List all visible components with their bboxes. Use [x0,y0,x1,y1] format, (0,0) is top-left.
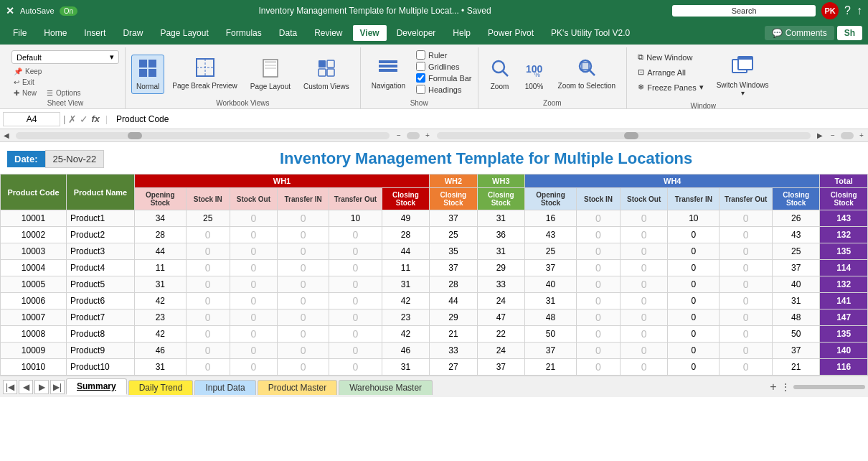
wh3-close-cell[interactable]: 22 [477,326,524,343]
options-btn[interactable]: ☰ Options [44,88,82,98]
product-code-cell[interactable]: 10006 [1,293,67,309]
wh4-opening-cell[interactable]: 21 [525,359,577,376]
wh4-out-cell[interactable]: 0 [620,309,667,326]
wh1-tin-cell[interactable]: 0 [278,309,329,326]
wh4-tout-cell[interactable]: 0 [720,210,773,227]
wh4-in-cell[interactable]: 0 [577,309,621,326]
zoom-100-btn[interactable]: 100% 100% [519,55,550,94]
wh3-close-cell[interactable]: 31 [477,243,524,260]
wh4-close-cell[interactable]: 40 [772,276,819,293]
zoom-btn[interactable]: Zoom [484,55,516,94]
headings-checkbox[interactable] [416,85,425,94]
menu-view[interactable]: View [353,25,387,41]
wh4-close-cell[interactable]: 25 [772,243,819,260]
share-icon[interactable]: ↑ [857,4,862,17]
ruler-checkbox[interactable] [416,50,425,60]
wh4-in-cell[interactable]: 0 [577,276,621,293]
wh1-opening-cell[interactable]: 42 [134,326,186,343]
wh1-close-cell[interactable]: 49 [382,210,429,227]
wh4-in-cell[interactable]: 0 [577,227,621,243]
tab-nav-next-end[interactable]: ▶| [50,380,65,394]
wh4-close-cell[interactable]: 37 [772,260,819,276]
wh1-close-cell[interactable]: 42 [382,326,429,343]
autosave-toggle[interactable]: On [60,6,77,16]
menu-home[interactable]: Home [37,25,74,41]
wh1-close-cell[interactable]: 23 [382,309,429,326]
wh1-tin-cell[interactable]: 0 [278,326,329,343]
wh2-close-cell[interactable]: 37 [430,210,477,227]
wh4-opening-cell[interactable]: 25 [525,243,577,260]
wh2-close-cell[interactable]: 28 [430,276,477,293]
wh3-close-cell[interactable]: 33 [477,276,524,293]
wh4-close-cell[interactable]: 31 [772,293,819,309]
wh1-opening-cell[interactable]: 46 [134,343,186,359]
tab-scroll-indicator[interactable] [793,385,865,389]
scroll-left-btn[interactable]: ◀ [0,129,13,142]
wh4-out-cell[interactable]: 0 [620,343,667,359]
total-close-cell[interactable]: 114 [820,260,868,276]
wh4-tout-cell[interactable]: 0 [720,227,773,243]
cell-reference-input[interactable] [3,112,60,126]
wh1-tin-cell[interactable]: 0 [278,359,329,376]
wh1-out-cell[interactable]: 0 [230,359,277,376]
wh1-out-cell[interactable]: 0 [230,276,277,293]
wh1-in-cell[interactable]: 25 [186,210,230,227]
wh2-close-cell[interactable]: 21 [430,326,477,343]
wh4-tin-cell[interactable]: 0 [668,227,720,243]
product-code-cell[interactable]: 10009 [1,343,67,359]
menu-power-pivot[interactable]: Power Pivot [481,25,541,41]
wh1-close-cell[interactable]: 31 [382,276,429,293]
wh1-in-cell[interactable]: 0 [186,359,230,376]
wh2-close-cell[interactable]: 35 [430,243,477,260]
wh1-opening-cell[interactable]: 44 [134,243,186,260]
product-code-cell[interactable]: 10007 [1,309,67,326]
wh4-opening-cell[interactable]: 37 [525,343,577,359]
wh4-tin-cell[interactable]: 10 [668,210,720,227]
wh1-in-cell[interactable]: 0 [186,326,230,343]
wh1-in-cell[interactable]: 0 [186,293,230,309]
total-close-cell[interactable]: 116 [820,359,868,376]
wh1-in-cell[interactable]: 0 [186,260,230,276]
wh1-close-cell[interactable]: 46 [382,343,429,359]
wh4-tout-cell[interactable]: 0 [720,243,773,260]
wh4-out-cell[interactable]: 0 [620,227,667,243]
wh1-out-cell[interactable]: 0 [230,326,277,343]
wh2-close-cell[interactable]: 37 [430,260,477,276]
wh4-out-cell[interactable]: 0 [620,243,667,260]
wh1-tin-cell[interactable]: 0 [278,210,329,227]
wh4-out-cell[interactable]: 0 [620,260,667,276]
tab-product-master[interactable]: Product Master [258,380,337,395]
zoom-to-selection-btn[interactable]: Zoom to Selection [553,54,621,94]
wh2-close-cell[interactable]: 44 [430,293,477,309]
wh4-opening-cell[interactable]: 31 [525,293,577,309]
wh4-close-cell[interactable]: 48 [772,309,819,326]
wh4-opening-cell[interactable]: 48 [525,309,577,326]
wh4-in-cell[interactable]: 0 [577,210,621,227]
tab-nav-prev-start[interactable]: |◀ [3,380,17,394]
wh1-tout-cell[interactable]: 0 [329,309,382,326]
wh4-in-cell[interactable]: 0 [577,343,621,359]
wh1-out-cell[interactable]: 0 [230,293,277,309]
keep-btn[interactable]: 📌 Keep [11,67,119,76]
confirm-formula-icon[interactable]: ✓ [80,113,88,125]
menu-file[interactable]: File [6,25,34,41]
wh1-tout-cell[interactable]: 0 [329,293,382,309]
gridlines-checkbox[interactable] [416,62,425,71]
total-close-cell[interactable]: 135 [820,243,868,260]
wh4-tin-cell[interactable]: 0 [668,260,720,276]
wh1-tout-cell[interactable]: 0 [329,260,382,276]
menu-insert[interactable]: Insert [77,25,113,41]
insert-function-icon[interactable]: fx [91,113,100,124]
help-icon[interactable]: ? [844,4,851,17]
product-name-cell[interactable]: Product9 [67,343,135,359]
wh4-tout-cell[interactable]: 0 [720,343,773,359]
wh4-opening-cell[interactable]: 43 [525,227,577,243]
menu-developer[interactable]: Developer [390,25,443,41]
arrange-all-btn[interactable]: ⊡ Arrange All [633,65,708,79]
wh1-close-cell[interactable]: 31 [382,359,429,376]
product-code-cell[interactable]: 10005 [1,276,67,293]
wh3-close-cell[interactable]: 37 [477,359,524,376]
menu-formulas[interactable]: Formulas [219,25,269,41]
wh4-in-cell[interactable]: 0 [577,359,621,376]
new-window-btn[interactable]: ⧉ New Window [633,50,708,64]
